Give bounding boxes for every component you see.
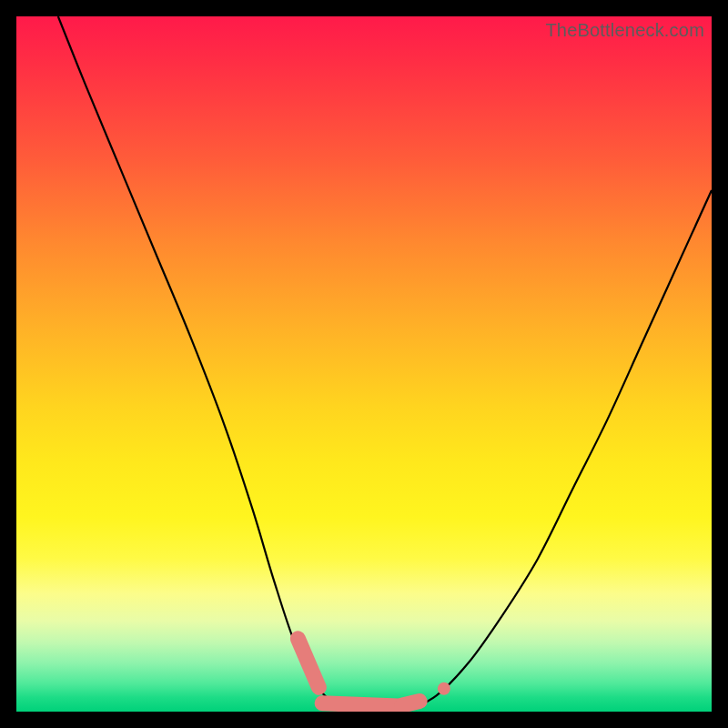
marker-segment: [298, 639, 318, 687]
watermark-text: TheBottleneck.com: [545, 20, 704, 41]
bottleneck-curve: [58, 16, 712, 712]
plot-area: TheBottleneck.com: [16, 16, 712, 712]
highlight-markers: [298, 639, 450, 706]
marker-segment: [402, 702, 420, 706]
chart-svg: [16, 16, 712, 712]
marker-segment: [322, 703, 399, 706]
chart-frame: TheBottleneck.com: [0, 0, 728, 728]
marker-dot: [438, 682, 450, 695]
